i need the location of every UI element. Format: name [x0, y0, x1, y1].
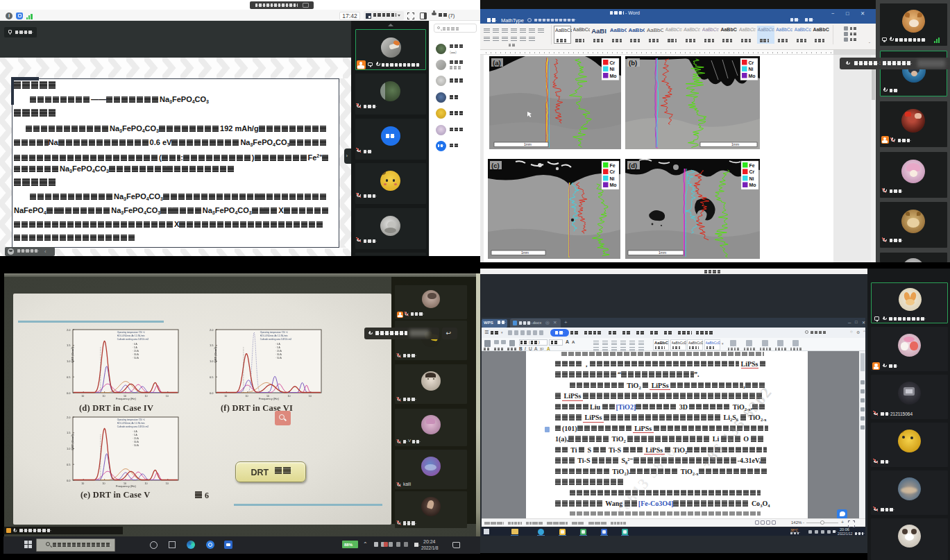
- svg-text:Ni: Ni: [610, 67, 615, 71]
- svg-text:· 5 A: · 5 A: [133, 434, 138, 436]
- svg-text:(a): (a): [493, 58, 501, 66]
- svg-text:Cr: Cr: [749, 60, 754, 65]
- svg-text:Cr: Cr: [609, 169, 615, 174]
- svg-text:Frequency (Hz): Frequency (Hz): [116, 484, 136, 488]
- svg-text:Ni: Ni: [609, 176, 614, 180]
- svg-text:0.0: 0.0: [67, 479, 71, 482]
- svg-text:10: 10: [81, 395, 84, 398]
- svg-text:10: 10: [81, 482, 84, 485]
- svg-text:DRT (Ωcm²): DRT (Ωcm²): [71, 346, 74, 362]
- svg-text:· 0 A: · 0 A: [133, 430, 138, 433]
- svg-text:10: 10: [103, 395, 105, 398]
- svg-text:Mo: Mo: [749, 183, 756, 187]
- svg-text:Cathode working area 10X10 cm2: Cathode working area 10X10 cm2: [117, 425, 149, 428]
- svg-text:0.5: 0.5: [210, 375, 214, 379]
- svg-text:0.5: 0.5: [67, 463, 71, 466]
- svg-text:Mo: Mo: [609, 183, 616, 187]
- svg-text:0.0: 0.0: [67, 391, 71, 395]
- svg-text:Cathode working area 10X10 cm2: Cathode working area 10X10 cm2: [117, 338, 149, 341]
- svg-text:Operating temperature 720 ℃: Operating temperature 720 ℃: [117, 331, 146, 334]
- svg-text:· 50 A: · 50 A: [133, 357, 139, 359]
- svg-text:(d): (d): [629, 161, 637, 169]
- svg-text:Frequency (Hz): Frequency (Hz): [116, 397, 136, 400]
- svg-text:· 50 A: · 50 A: [133, 444, 139, 447]
- svg-text:1mm: 1mm: [524, 142, 532, 146]
- svg-text:· 20 A: · 20 A: [275, 350, 282, 353]
- svg-text:H2 0.4 NL/min; Air 1.5 NL/min: H2 0.4 NL/min; Air 1.5 NL/min: [117, 422, 145, 425]
- svg-text:10: 10: [166, 482, 169, 485]
- svg-text:10: 10: [103, 482, 105, 485]
- svg-text:Ni: Ni: [749, 176, 754, 180]
- svg-text:Cr: Cr: [610, 60, 616, 65]
- svg-text:0.0: 0.0: [210, 391, 214, 395]
- svg-text:10: 10: [309, 395, 312, 398]
- svg-text:· 30 A: · 30 A: [133, 441, 139, 443]
- svg-text:1mm: 1mm: [659, 251, 666, 255]
- svg-text:0.5: 0.5: [67, 375, 71, 379]
- svg-text:(c): (c): [491, 161, 500, 169]
- svg-text:2.0: 2.0: [210, 328, 214, 332]
- svg-text:H2 0.4 NL/min; Air 1.5 NL/min: H2 0.4 NL/min; Air 1.5 NL/min: [260, 334, 288, 337]
- svg-text:Ni: Ni: [749, 67, 754, 71]
- svg-text:DRT (Ωcm²): DRT (Ωcm²): [71, 434, 74, 450]
- svg-text:10: 10: [166, 395, 169, 398]
- svg-text:Operating temperature 720 ℃: Operating temperature 720 ℃: [117, 418, 146, 421]
- svg-text:· 30 A: · 30 A: [133, 353, 139, 356]
- svg-text:1mm: 1mm: [520, 251, 528, 255]
- svg-text:Fe: Fe: [749, 162, 755, 167]
- svg-text:· 20 A: · 20 A: [133, 437, 139, 440]
- svg-text:· 5 A: · 5 A: [133, 346, 138, 349]
- svg-text:Frequency (Hz): Frequency (Hz): [259, 397, 279, 400]
- svg-text:2.0: 2.0: [67, 328, 71, 332]
- svg-text:1.5: 1.5: [210, 343, 214, 347]
- svg-text:Mo: Mo: [749, 73, 756, 78]
- svg-text:Fe: Fe: [609, 162, 615, 167]
- svg-text:· 50 A: · 50 A: [275, 357, 282, 359]
- svg-text:1mm: 1mm: [731, 142, 739, 146]
- svg-text:10: 10: [144, 395, 147, 398]
- svg-text:· 30 A: · 30 A: [275, 353, 282, 356]
- svg-text:· 5 A: · 5 A: [275, 346, 281, 349]
- svg-text:10: 10: [224, 395, 227, 398]
- svg-text:1.5: 1.5: [67, 343, 71, 347]
- svg-text:Cathode working area 10X10 cm2: Cathode working area 10X10 cm2: [260, 338, 292, 341]
- svg-text:(b): (b): [629, 58, 637, 66]
- svg-text:· 0 A: · 0 A: [133, 343, 138, 346]
- svg-text:DRT (Ωcm²): DRT (Ωcm²): [214, 346, 217, 362]
- svg-text:10: 10: [246, 395, 248, 398]
- svg-text:· 0 A: · 0 A: [275, 343, 281, 346]
- svg-text:10: 10: [144, 482, 147, 485]
- svg-text:H2 0.4 NL/min; Air 1.5 NL/min: H2 0.4 NL/min; Air 1.5 NL/min: [117, 334, 145, 337]
- svg-text:Operating temperature 720 ℃: Operating temperature 720 ℃: [260, 331, 289, 334]
- svg-text:1.5: 1.5: [67, 431, 71, 434]
- svg-text:10: 10: [287, 395, 290, 398]
- svg-text:· 20 A: · 20 A: [133, 350, 139, 353]
- svg-text:Mo: Mo: [610, 73, 617, 78]
- svg-text:2.0: 2.0: [67, 416, 71, 419]
- svg-text:Cr: Cr: [749, 169, 755, 174]
